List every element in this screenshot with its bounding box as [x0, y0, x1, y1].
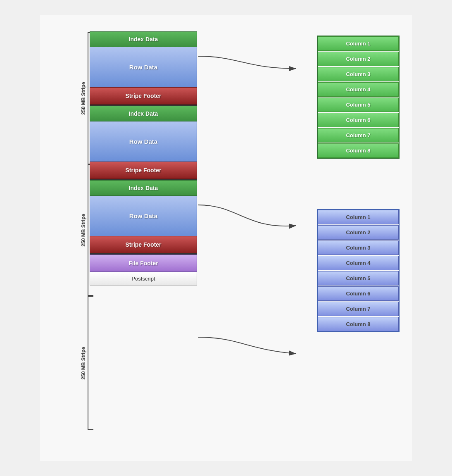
stripe1-row: Row Data — [90, 47, 197, 87]
blue-col-2: Column 2 — [318, 225, 399, 240]
stripe3-row: Row Data — [90, 196, 197, 236]
stripe2-row: Row Data — [90, 121, 197, 162]
blue-col-5: Column 5 — [318, 271, 399, 286]
bracket-stripe3-label: 250 MB Stripe — [81, 347, 86, 379]
green-col-8: Column 8 — [318, 143, 399, 158]
green-col-3: Column 3 — [318, 67, 399, 81]
left-column: Index Data Row Data Stripe Footer Index … — [90, 31, 197, 286]
blue-col-8: Column 8 — [318, 317, 399, 331]
green-col-1: Column 1 — [318, 36, 399, 51]
bracket-stripe2-label: 250 MB Stripe — [81, 214, 86, 246]
blue-col-4: Column 4 — [318, 256, 399, 270]
stripe2-footer: Stripe Footer — [90, 162, 197, 179]
file-footer: File Footer — [90, 255, 197, 272]
blue-col-6: Column 6 — [318, 286, 399, 301]
diagram: 250 MB Stripe 250 MB Stripe 250 MB Strip… — [40, 15, 412, 461]
bracket-stripe3: 250 MB Stripe — [63, 296, 92, 430]
bracket-stripe1: 250 MB Stripe — [63, 32, 92, 164]
right-group-green: Column 1 Column 2 Column 3 Column 4 Colu… — [317, 36, 400, 159]
blue-col-1: Column 1 — [318, 210, 399, 224]
green-col-6: Column 6 — [318, 113, 399, 127]
bracket-stripe2: 250 MB Stripe — [63, 164, 92, 296]
green-col-2: Column 2 — [318, 52, 399, 66]
blue-col-7: Column 7 — [318, 302, 399, 316]
blue-col-3: Column 3 — [318, 240, 399, 255]
green-col-7: Column 7 — [318, 128, 399, 143]
stripe3-index: Index Data — [90, 180, 197, 196]
right-group-blue: Column 1 Column 2 Column 3 Column 4 Colu… — [317, 209, 400, 332]
stripe1-index: Index Data — [90, 31, 197, 47]
green-col-4: Column 4 — [318, 82, 399, 97]
postscript: Postscript — [90, 272, 197, 286]
stripe1-footer: Stripe Footer — [90, 87, 197, 105]
bracket-stripe1-label: 250 MB Stripe — [81, 82, 86, 114]
stripe3-footer: Stripe Footer — [90, 236, 197, 253]
green-col-5: Column 5 — [318, 98, 399, 112]
stripe2-index: Index Data — [90, 106, 197, 121]
